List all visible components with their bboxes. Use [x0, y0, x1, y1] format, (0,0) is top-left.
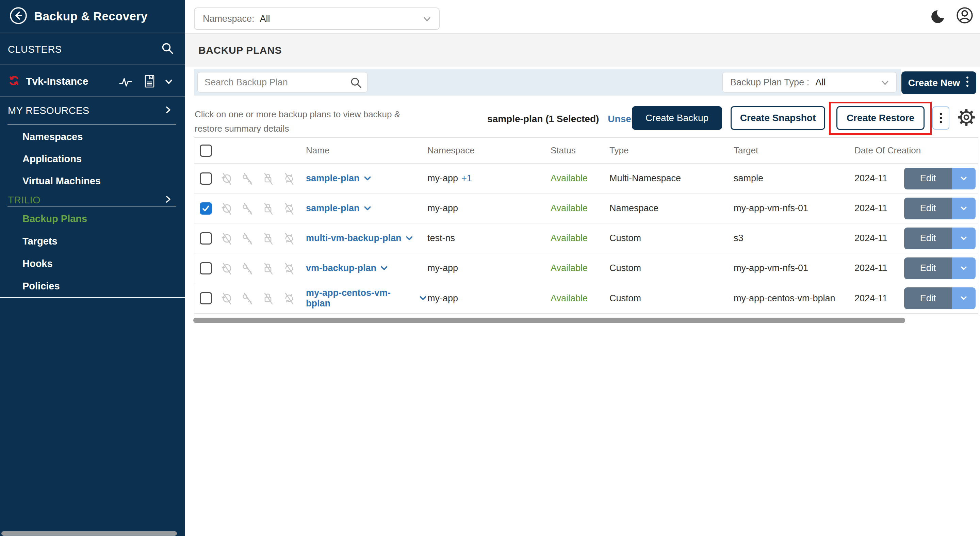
- column-header-date: Date Of Creation: [854, 145, 978, 156]
- edit-dropdown-toggle[interactable]: [952, 287, 975, 309]
- column-header-name: Name: [306, 145, 427, 156]
- report-icon[interactable]: [143, 66, 156, 97]
- sidebar-item-backup-plans[interactable]: Backup Plans: [0, 208, 185, 230]
- schedule-disabled-icon: [220, 202, 234, 215]
- edit-dropdown-toggle[interactable]: [952, 168, 975, 189]
- selected-count-text: sample-plan (1 Selected): [487, 114, 599, 124]
- table-row[interactable]: sample-plan my-app Available Namespace m…: [194, 193, 978, 224]
- divider: [8, 206, 176, 206]
- row-checkbox[interactable]: [200, 262, 212, 274]
- settings-gear-icon[interactable]: [957, 108, 975, 128]
- namespace-extra-badge[interactable]: +1: [461, 173, 472, 184]
- create-backup-button[interactable]: Create Backup: [632, 106, 722, 130]
- sidebar-item-namespaces[interactable]: Namespaces: [0, 125, 185, 148]
- chevron-down-icon: [422, 14, 432, 26]
- schedule-disabled-icon: [220, 232, 234, 245]
- more-actions-button[interactable]: [932, 106, 950, 130]
- select-all-checkbox[interactable]: [200, 144, 212, 157]
- namespace-value: my-app: [427, 173, 458, 184]
- edit-button[interactable]: Edit: [904, 198, 975, 219]
- type-value: Custom: [609, 263, 733, 273]
- search-icon[interactable]: [160, 41, 175, 57]
- back-icon[interactable]: [9, 6, 28, 27]
- date-value: 2024-11: [854, 203, 904, 214]
- chevron-down-icon: [380, 264, 388, 273]
- backup-plan-link[interactable]: my-app-centos-vm-bplan: [306, 288, 427, 309]
- namespace-select[interactable]: Namespace: All: [194, 8, 440, 30]
- cluster-instance-row[interactable]: Tvk-Instance: [0, 66, 185, 97]
- edit-dropdown-toggle[interactable]: [952, 257, 975, 279]
- lock-disabled-icon: [262, 202, 275, 215]
- my-resources-header[interactable]: MY RESOURCES: [0, 98, 185, 123]
- backup-plan-link[interactable]: sample-plan: [306, 173, 372, 184]
- type-select-value: All: [815, 77, 826, 88]
- edit-dropdown-toggle[interactable]: [952, 198, 975, 219]
- sidebar-horizontal-scrollbar[interactable]: [2, 531, 177, 536]
- encryption-key-disabled-icon: [241, 262, 255, 275]
- status-value: Available: [550, 233, 609, 244]
- status-value: Available: [550, 203, 609, 214]
- backup-plans-table: Name Namespace Status Type Target Date O…: [194, 137, 978, 314]
- chevron-right-icon: [163, 194, 173, 206]
- search-icon[interactable]: [349, 76, 363, 91]
- search-input[interactable]: [197, 72, 368, 92]
- sidebar: Backup & Recovery CLUSTERS Tvk-Instance: [0, 0, 185, 536]
- sync-disabled-icon: [282, 262, 296, 275]
- sidebar-item-virtual-machines[interactable]: Virtual Machines: [0, 170, 185, 192]
- edit-button[interactable]: Edit: [904, 228, 975, 249]
- user-account-icon[interactable]: [956, 6, 974, 26]
- scrollbar-thumb[interactable]: [193, 318, 905, 323]
- table-row[interactable]: sample-plan my-app+1 Available Multi-Nam…: [194, 163, 978, 193]
- kebab-menu-icon: [966, 76, 969, 90]
- edit-button[interactable]: Edit: [904, 168, 975, 189]
- date-value: 2024-11: [854, 263, 904, 273]
- selection-hint: Click on one or more backup plans to vie…: [195, 107, 400, 136]
- monitoring-pulse-icon[interactable]: [118, 66, 133, 97]
- namespace-value: my-app: [427, 293, 458, 304]
- row-checkbox[interactable]: [200, 292, 212, 304]
- type-value: Namespace: [609, 203, 733, 214]
- backup-plan-link[interactable]: sample-plan: [306, 203, 372, 214]
- create-new-label: Create New: [908, 78, 960, 89]
- sync-disabled-icon: [282, 172, 296, 186]
- edit-dropdown-toggle[interactable]: [952, 228, 975, 249]
- edit-button[interactable]: Edit: [904, 287, 975, 309]
- instance-name: Tvk-Instance: [26, 76, 88, 87]
- encryption-key-disabled-icon: [241, 292, 255, 305]
- instance-chevron-down-icon[interactable]: [164, 66, 174, 97]
- table-row[interactable]: vm-backup-plan my-app Available Custom m…: [194, 254, 978, 283]
- dark-mode-toggle-icon[interactable]: [930, 8, 947, 26]
- row-checkbox[interactable]: [200, 202, 212, 215]
- sidebar-item-applications[interactable]: Applications: [0, 147, 185, 170]
- backup-plan-link[interactable]: multi-vm-backup-plan: [306, 233, 414, 244]
- table-row[interactable]: multi-vm-backup-plan test-ns Available C…: [194, 224, 978, 254]
- page-title: BACKUP PLANS: [198, 44, 282, 56]
- namespace-value: my-app: [427, 203, 458, 214]
- table-row[interactable]: my-app-centos-vm-bplan my-app Available …: [194, 283, 978, 313]
- page-title-strip: BACKUP PLANS: [185, 34, 980, 67]
- clusters-section: CLUSTERS: [0, 34, 185, 65]
- divider: [0, 297, 185, 298]
- sidebar-item-hooks[interactable]: Hooks: [0, 252, 185, 275]
- target-value: my-app-vm-nfs-01: [733, 203, 854, 214]
- sidebar-item-policies[interactable]: Policies: [0, 275, 185, 297]
- namespace-select-value: All: [260, 14, 270, 24]
- lock-disabled-icon: [262, 172, 275, 186]
- edit-button[interactable]: Edit: [904, 257, 975, 279]
- create-restore-button[interactable]: Create Restore: [837, 106, 924, 130]
- target-value: s3: [733, 233, 854, 244]
- topbar: Namespace: All: [185, 0, 980, 34]
- create-snapshot-button[interactable]: Create Snapshot: [730, 106, 825, 130]
- status-value: Available: [550, 263, 609, 273]
- row-checkbox[interactable]: [200, 232, 212, 244]
- target-value: my-app-vm-nfs-01: [733, 263, 854, 273]
- schedule-disabled-icon: [220, 292, 234, 305]
- backup-plan-type-select[interactable]: Backup Plan Type : All: [722, 72, 897, 92]
- trilio-logo-icon: [8, 74, 21, 89]
- sidebar-item-targets[interactable]: Targets: [0, 230, 185, 252]
- row-checkbox[interactable]: [200, 173, 212, 185]
- namespace-value: test-ns: [427, 233, 455, 244]
- backup-plan-link[interactable]: vm-backup-plan: [306, 263, 388, 273]
- create-new-button[interactable]: Create New: [901, 71, 976, 94]
- namespace-select-label: Namespace:: [203, 14, 255, 24]
